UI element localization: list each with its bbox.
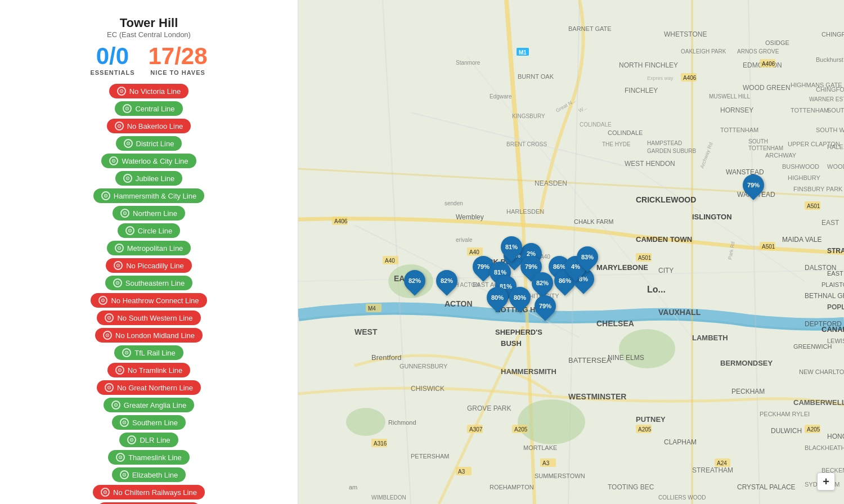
svg-text:TOOTING BEC: TOOTING BEC <box>608 483 654 491</box>
line-name: District Line <box>136 140 174 148</box>
line-badge[interactable]: ⊙DLR Line <box>119 433 178 447</box>
line-name: No Great Northern Line <box>117 384 193 392</box>
svg-text:PUTNEY: PUTNEY <box>636 415 666 424</box>
nice-to-haves-label: NICE TO HAVES <box>148 69 207 76</box>
line-badge[interactable]: ⊙Southeastern Line <box>105 276 193 290</box>
line-name: No Piccadilly Line <box>126 262 184 270</box>
svg-text:HONOR OAK: HONOR OAK <box>827 433 844 440</box>
line-name: Southern Line <box>132 418 178 427</box>
svg-text:WOOD GREEN: WOOD GREEN <box>743 84 791 92</box>
line-badge[interactable]: ⊙Greater Anglia Line <box>104 398 194 412</box>
svg-text:GUNNERSBURY: GUNNERSBURY <box>399 363 448 370</box>
line-badge[interactable]: ⊙No London Midland Line <box>95 328 203 343</box>
svg-text:HORNSEY: HORNSEY <box>720 106 753 114</box>
train-icon: ⊙ <box>105 383 114 392</box>
line-badge[interactable]: ⊙Southern Line <box>112 415 186 430</box>
svg-text:DULWICH: DULWICH <box>771 427 802 435</box>
line-name: Greater Anglia Line <box>124 401 186 410</box>
map-panel[interactable]: BARNET GATE WHETSTONE OSIDGE CHINGFORD N… <box>298 0 844 504</box>
svg-text:A3: A3 <box>458 469 465 475</box>
line-name: Circle Line <box>138 227 172 235</box>
train-icon: ⊙ <box>117 87 126 96</box>
svg-text:BLACKHEATH: BLACKHEATH <box>805 444 844 451</box>
svg-text:BRENT CROSS: BRENT CROSS <box>506 141 547 147</box>
line-badge[interactable]: ⊙No Tramlink Line <box>107 363 191 377</box>
svg-text:STRATFORD: STRATFORD <box>827 247 844 255</box>
line-badge[interactable]: ⊙Waterloo & City Line <box>101 154 196 168</box>
svg-text:Wembley: Wembley <box>456 213 484 221</box>
line-badge[interactable]: ⊙No Chiltern Railways Line <box>93 485 205 500</box>
nice-to-haves-block: 17/28 NICE TO HAVES <box>148 44 207 76</box>
svg-text:A501: A501 <box>762 244 775 250</box>
svg-text:NEASDEN: NEASDEN <box>535 179 567 187</box>
svg-text:CHINGFORD HATCH: CHINGFORD HATCH <box>816 86 844 93</box>
train-icon: ⊙ <box>114 261 123 270</box>
line-badge[interactable]: ⊙Central Line <box>115 101 182 116</box>
svg-text:A205: A205 <box>514 426 528 433</box>
svg-text:SOUTH: SOUTH <box>748 138 768 145</box>
svg-point-38 <box>346 408 385 436</box>
svg-text:MAIDA VALE: MAIDA VALE <box>782 236 821 244</box>
svg-text:ISLINGTON: ISLINGTON <box>692 213 732 221</box>
line-badge[interactable]: ⊙Northern Line <box>113 206 185 220</box>
line-name: No Victoria Line <box>129 87 181 96</box>
svg-text:PETERSHAM: PETERSHAM <box>411 453 449 460</box>
train-icon: ⊙ <box>101 191 110 200</box>
svg-text:Brentford: Brentford <box>371 353 401 362</box>
svg-text:CHISWICK: CHISWICK <box>411 385 445 393</box>
svg-text:VAUXHALL: VAUXHALL <box>658 308 701 317</box>
line-badge[interactable]: ⊙Circle Line <box>118 223 180 238</box>
svg-text:Edgware: Edgware <box>490 93 512 100</box>
svg-text:LAMBETH: LAMBETH <box>692 334 728 342</box>
svg-text:TOTTENHAM: TOTTENHAM <box>791 107 829 114</box>
zoom-plus-button[interactable]: + <box>817 472 835 490</box>
svg-text:A205: A205 <box>807 426 820 433</box>
svg-text:TOTTENHAM: TOTTENHAM <box>720 127 758 133</box>
svg-text:A406: A406 <box>334 218 348 224</box>
line-name: No Heathrow Connect Line <box>111 296 199 305</box>
svg-text:HAMPSTEAD: HAMPSTEAD <box>647 140 682 146</box>
svg-text:CHELSEA: CHELSEA <box>596 319 634 328</box>
svg-point-37 <box>518 399 585 444</box>
line-badge[interactable]: ⊙No Great Northern Line <box>97 380 201 395</box>
line-badge[interactable]: ⊙No Bakerloo Line <box>107 119 191 133</box>
train-icon: ⊙ <box>123 174 132 183</box>
svg-text:LEWISHAM: LEWISHAM <box>827 338 844 344</box>
line-badge[interactable]: ⊙No South Western Line <box>97 310 200 325</box>
svg-text:WARNER ESTATE: WARNER ESTATE <box>809 96 844 102</box>
svg-text:STREATHAM: STREATHAM <box>692 466 733 474</box>
svg-text:ARCHWAY: ARCHWAY <box>765 152 797 159</box>
line-badge[interactable]: ⊙No Heathrow Connect Line <box>91 293 206 308</box>
svg-text:A40: A40 <box>385 258 395 264</box>
train-icon: ⊙ <box>115 244 124 253</box>
line-badge[interactable]: ⊙Thameslink Line <box>108 450 190 465</box>
svg-text:BETHNAL GREEN: BETHNAL GREEN <box>805 292 844 300</box>
svg-text:COLINDALE: COLINDALE <box>608 129 643 136</box>
svg-text:A501: A501 <box>807 203 820 209</box>
svg-text:THE HYDE: THE HYDE <box>602 141 631 147</box>
svg-text:HIGHBURY: HIGHBURY <box>788 174 821 181</box>
svg-text:NORTH FINCHLEY: NORTH FINCHLEY <box>619 61 678 69</box>
line-badge[interactable]: ⊙Elizabeth Line <box>112 467 186 482</box>
line-badge[interactable]: ⊙Hammersmith & City Line <box>93 188 204 203</box>
svg-text:EAST: EAST <box>827 270 843 277</box>
train-icon: ⊙ <box>120 209 129 218</box>
line-badge[interactable]: ⊙TfL Rail Line <box>114 345 183 360</box>
line-badge[interactable]: ⊙District Line <box>116 136 182 151</box>
svg-text:POPLAR: POPLAR <box>827 303 844 311</box>
svg-text:Expres way: Expres way <box>647 75 674 81</box>
svg-text:GREENWICH: GREENWICH <box>793 343 832 350</box>
svg-text:WHETSTONE: WHETSTONE <box>664 30 707 38</box>
line-badge[interactable]: ⊙Metropolitan Line <box>107 241 191 255</box>
line-badge[interactable]: ⊙Jubilee Line <box>115 171 182 186</box>
svg-text:CLAPHAM: CLAPHAM <box>664 438 697 446</box>
svg-text:SOUTH WOODFORD: SOUTH WOODFORD <box>827 107 844 114</box>
svg-text:A406: A406 <box>683 75 697 81</box>
train-icon: ⊙ <box>124 139 133 148</box>
line-badge[interactable]: ⊙No Victoria Line <box>109 84 189 98</box>
svg-text:HAMMERSMITH: HAMMERSMITH <box>501 367 556 376</box>
svg-text:CANARY WHARF: CANARY WHARF <box>821 325 844 334</box>
svg-text:A501: A501 <box>638 255 652 261</box>
line-badge[interactable]: ⊙No Piccadilly Line <box>106 258 192 273</box>
svg-text:WIMBLEDON: WIMBLEDON <box>371 494 406 501</box>
